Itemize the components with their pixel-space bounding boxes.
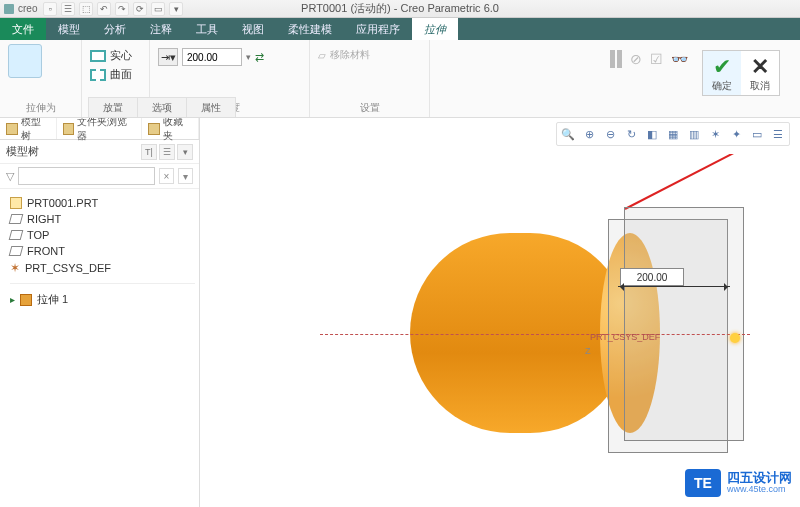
qat-more-icon[interactable]: ▾	[169, 2, 183, 16]
repaint-icon[interactable]: ↻	[622, 125, 640, 143]
tree-filter-row: ▽ × ▾	[0, 164, 199, 189]
annotation-display-icon[interactable]: ✶	[706, 125, 724, 143]
qat-open-icon[interactable]: ☰	[61, 2, 75, 16]
tab-annotate[interactable]: 注释	[138, 18, 184, 40]
viewport-csys-label: PRT_CSYS_DEF	[590, 332, 660, 342]
csys-icon: ✶	[10, 261, 20, 275]
depth-value-input[interactable]	[182, 48, 242, 66]
display-style-icon[interactable]: ◧	[643, 125, 661, 143]
tree-header: 模型树 T| ☰ ▾	[0, 140, 199, 164]
app-brand: creo	[18, 3, 37, 14]
qat-redo-icon[interactable]: ↷	[115, 2, 129, 16]
cancel-button[interactable]: ✕ 取消	[741, 51, 779, 95]
model-preview	[390, 213, 690, 443]
extrude-feature-icon[interactable]	[8, 44, 42, 78]
tree-datum-right[interactable]: RIGHT	[10, 211, 195, 227]
qat-regen-icon[interactable]: ⟳	[133, 2, 147, 16]
tree-more-icon[interactable]: ▾	[177, 144, 193, 160]
subtab-placement[interactable]: 放置	[88, 97, 138, 117]
remove-material-icon[interactable]: ▱	[318, 50, 326, 61]
tree-filter-input[interactable]	[18, 167, 155, 185]
tree-root[interactable]: PRT0001.PRT	[10, 195, 195, 211]
tree-csys-label: PRT_CSYS_DEF	[25, 262, 111, 274]
qat-windows-icon[interactable]: ▭	[151, 2, 165, 16]
glasses-icon[interactable]: 👓	[671, 51, 688, 67]
confirm-cancel-group: ✔ 确定 ✕ 取消	[702, 50, 780, 96]
depth-dropdown-icon[interactable]: ▾	[246, 52, 251, 62]
surface-icon[interactable]	[90, 69, 106, 81]
refit-icon[interactable]: 🔍	[559, 125, 577, 143]
group-extrude-as-label: 拉伸为	[8, 101, 73, 115]
model-tree: PRT0001.PRT RIGHT TOP FRONT ✶PRT_CSYS_DE…	[0, 189, 199, 315]
depth-dimension[interactable]: 200.00	[620, 268, 684, 286]
nav-tab-folder[interactable]: 文件夹浏览器	[57, 118, 143, 139]
no-preview-icon[interactable]: ⊘	[630, 51, 642, 67]
group-settings-label: 设置	[318, 101, 421, 115]
tab-analysis[interactable]: 分析	[92, 18, 138, 40]
qat-undo-icon[interactable]: ↶	[97, 2, 111, 16]
nav-tab-model-tree[interactable]: 模型树	[0, 118, 57, 139]
tree-feature-label: 拉伸 1	[37, 292, 68, 307]
quick-access-toolbar: ▫ ☰ ⬚ ↶ ↷ ⟳ ▭ ▾	[43, 2, 183, 16]
tree-tools: T| ☰ ▾	[141, 144, 193, 160]
navigator-tabs: 模型树 文件夹浏览器 收藏夹	[0, 118, 199, 140]
tab-apps[interactable]: 应用程序	[344, 18, 412, 40]
watermark-url: www.45te.com	[727, 485, 792, 495]
funnel-icon[interactable]: ▽	[6, 170, 14, 183]
title-bar: creo ▫ ☰ ⬚ ↶ ↷ ⟳ ▭ ▾ PRT0001 (活动的) - Cre…	[0, 0, 800, 18]
zoom-in-icon[interactable]: ⊕	[580, 125, 598, 143]
svg-line-0	[625, 154, 790, 209]
verify-icon[interactable]: ☑	[650, 51, 663, 67]
tab-flex[interactable]: 柔性建模	[276, 18, 344, 40]
nav-tab-model-tree-label: 模型树	[21, 115, 50, 143]
confirm-button[interactable]: ✔ 确定	[703, 51, 741, 95]
tab-tools[interactable]: 工具	[184, 18, 230, 40]
saved-views-icon[interactable]: ▦	[664, 125, 682, 143]
pause-icon[interactable]	[610, 50, 622, 68]
tree-csys[interactable]: ✶PRT_CSYS_DEF	[10, 259, 195, 277]
tab-file[interactable]: 文件	[0, 18, 46, 40]
confirm-label: 确定	[712, 79, 732, 93]
perspective-icon[interactable]: ▭	[748, 125, 766, 143]
solid-icon[interactable]	[90, 50, 106, 62]
subtab-options[interactable]: 选项	[137, 97, 187, 117]
graphics-viewport[interactable]: 🔍 ⊕ ⊖ ↻ ◧ ▦ ▥ ✶ ✦ ▭ ☰ 200.00 PRT_CSYS_DE…	[200, 118, 800, 507]
clear-filter-icon[interactable]: ×	[159, 168, 174, 184]
watermark: TE 四五设计网 www.45te.com	[685, 469, 792, 497]
view-manager-icon[interactable]: ☰	[769, 125, 787, 143]
tree-title: 模型树	[6, 144, 39, 159]
drag-handle-icon[interactable]	[730, 333, 740, 343]
axis-z-label: Z	[585, 346, 591, 356]
datum-display-icon[interactable]: ▥	[685, 125, 703, 143]
star-icon	[148, 123, 160, 135]
ribbon-tab-bar: 文件 模型 分析 注释 工具 视图 柔性建模 应用程序 拉伸	[0, 18, 800, 40]
tree-datum-top[interactable]: TOP	[10, 227, 195, 243]
depth-type-dropdown[interactable]: ⇥▾	[158, 48, 178, 66]
app-logo-icon	[4, 4, 14, 14]
expand-icon[interactable]: ▸	[10, 294, 15, 305]
nav-tab-favorites[interactable]: 收藏夹	[142, 118, 199, 139]
folder-icon	[63, 123, 75, 135]
filter-menu-icon[interactable]: ▾	[178, 168, 193, 184]
x-icon: ✕	[751, 57, 769, 77]
tree-show-icon[interactable]: ☰	[159, 144, 175, 160]
subtab-properties[interactable]: 属性	[186, 97, 236, 117]
remove-material-label: 移除材料	[330, 48, 370, 62]
datum-plane-icon	[9, 230, 24, 240]
spin-center-icon[interactable]: ✦	[727, 125, 745, 143]
zoom-out-icon[interactable]: ⊖	[601, 125, 619, 143]
flip-direction-icon[interactable]: ⇄	[255, 51, 264, 64]
tree-datum-front[interactable]: FRONT	[10, 243, 195, 259]
group-settings: ▱移除材料 设置	[310, 40, 430, 117]
qat-save-icon[interactable]: ⬚	[79, 2, 93, 16]
depth-axis	[320, 334, 750, 335]
group-extrude-as: 拉伸为	[0, 40, 82, 117]
tree-settings-icon[interactable]: T|	[141, 144, 157, 160]
tree-feature-extrude[interactable]: ▸ 拉伸 1	[10, 290, 195, 309]
tab-model[interactable]: 模型	[46, 18, 92, 40]
tab-extrude[interactable]: 拉伸	[412, 18, 458, 40]
tab-view[interactable]: 视图	[230, 18, 276, 40]
qat-new-icon[interactable]: ▫	[43, 2, 57, 16]
tree-icon	[6, 123, 18, 135]
window-title: PRT0001 (活动的) - Creo Parametric 6.0	[301, 1, 499, 16]
